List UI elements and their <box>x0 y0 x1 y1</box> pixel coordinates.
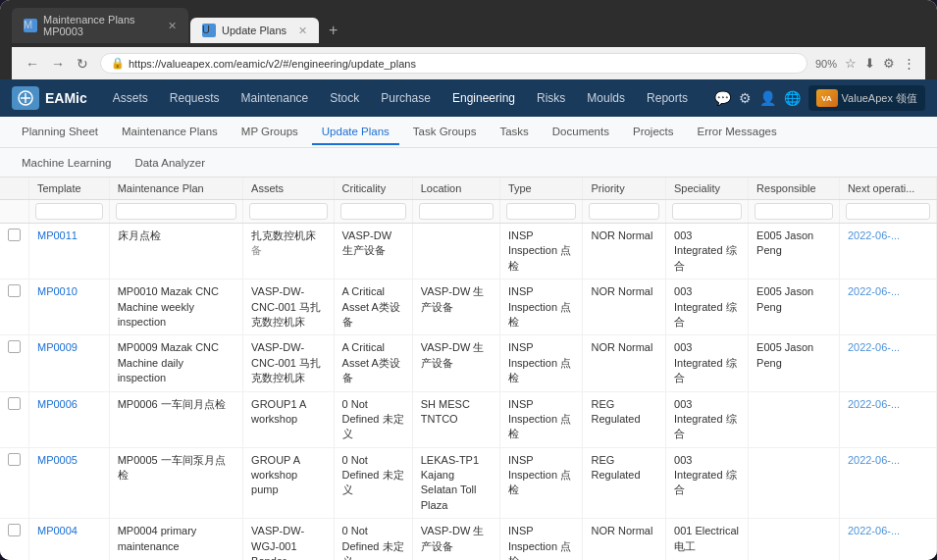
filter-criticality <box>334 200 412 224</box>
nav-back-button[interactable]: ← <box>22 54 43 74</box>
col-responsible: Responsible <box>749 178 840 200</box>
nav-item-moulds[interactable]: Moulds <box>577 83 635 113</box>
row-checkbox-5[interactable] <box>0 519 29 560</box>
row-type-2: INSP Inspection 点检 <box>499 335 583 391</box>
row-criticality-2: A Critical Asset A类设备 <box>334 335 412 391</box>
row-responsible-2: E005 Jason Peng <box>749 335 840 391</box>
row-checkbox-2[interactable] <box>0 335 29 391</box>
nav-reload-button[interactable]: ↻ <box>73 54 92 74</box>
filter-type-input[interactable] <box>506 203 577 220</box>
nav-item-engineering[interactable]: Engineering <box>442 83 525 113</box>
nav-forward-button[interactable]: → <box>47 54 69 74</box>
app-content: EAMic Assets Requests Maintenance Stock … <box>0 79 937 560</box>
table-row: MP0006 MP0006 一车间月点检 GROUP1 A workshop 0… <box>0 391 937 447</box>
col-template: Template <box>29 178 110 200</box>
row-assets-4: GROUP A workshop pump <box>243 447 334 519</box>
row-responsible-3 <box>749 391 840 447</box>
extensions-icon[interactable]: ⚙ <box>883 56 895 71</box>
subnav-projects[interactable]: Projects <box>623 120 684 145</box>
filter-template-input[interactable] <box>35 203 103 220</box>
filter-speciality-input[interactable] <box>672 203 742 220</box>
url-text: https://valueapex.com/eamic/v2/#/enginee… <box>129 58 416 70</box>
col-location: Location <box>412 178 499 200</box>
nav-item-requests[interactable]: Requests <box>160 83 230 113</box>
new-tab-button[interactable]: + <box>321 18 345 43</box>
subnav-tasks[interactable]: Tasks <box>490 120 538 145</box>
row-type-5: INSP Inspection 点检 <box>499 519 583 560</box>
subnav-maintenance-plans[interactable]: Maintenance Plans <box>112 120 228 145</box>
value-apex-brand: VA ValueApex 领值 <box>808 85 925 111</box>
row-mp-0: 床月点检 <box>109 224 242 280</box>
row-location-4: LEKAS-TP1 Kajang Selatan Toll Plaza <box>412 447 499 519</box>
filter-priority-input[interactable] <box>589 203 659 220</box>
subnav-documents[interactable]: Documents <box>543 120 619 145</box>
filter-template <box>29 200 110 224</box>
subnav-mp-groups[interactable]: MP Groups <box>232 120 308 145</box>
row-checkbox-0[interactable] <box>0 224 29 280</box>
more-menu-icon[interactable]: ⋮ <box>903 56 915 71</box>
row-priority-2: NOR Normal <box>583 335 666 391</box>
filter-location-input[interactable] <box>419 203 494 220</box>
download-icon[interactable]: ⬇ <box>864 56 875 71</box>
tab-favicon-1: M <box>24 19 37 32</box>
row-type-3: INSP Inspection 点检 <box>499 391 583 447</box>
row-checkbox-3[interactable] <box>0 391 29 447</box>
row-next-op-3: 2022-06-... <box>839 391 936 447</box>
nav-item-assets[interactable]: Assets <box>103 83 158 113</box>
settings-icon[interactable]: ⚙ <box>739 90 752 106</box>
subnav-update-plans[interactable]: Update Plans <box>312 120 399 145</box>
bookmark-icon[interactable]: ☆ <box>845 56 857 71</box>
row-assets-1: VASP-DW-CNC-001 马扎克数控机床 <box>243 280 334 335</box>
filter-next-op-input[interactable] <box>846 203 930 220</box>
row-criticality-3: 0 Not Defined 未定义 <box>334 391 412 447</box>
browser-tab-2[interactable]: U Update Plans ✕ <box>190 18 319 43</box>
subnav2-data-analyzer[interactable]: Data Analyzer <box>125 152 215 174</box>
filter-next-op <box>839 200 936 224</box>
filter-speciality <box>666 200 749 224</box>
browser-tab-1[interactable]: M Maintenance Plans MP0003 ✕ <box>12 8 188 43</box>
nav-item-purchase[interactable]: Purchase <box>371 83 441 113</box>
tab-close-1[interactable]: ✕ <box>162 20 177 32</box>
row-location-5: VASP-DW 生产设备 <box>412 519 499 560</box>
nav-item-reports[interactable]: Reports <box>637 83 698 113</box>
brand-icon <box>12 86 39 110</box>
filter-criticality-input[interactable] <box>340 203 406 220</box>
row-checkbox-4[interactable] <box>0 447 29 519</box>
row-mp-3: MP0006 一车间月点检 <box>109 391 242 447</box>
row-speciality-0: 003 Integrated 综合 <box>666 224 749 280</box>
main-nav: Assets Requests Maintenance Stock Purcha… <box>103 83 714 113</box>
filter-assets <box>243 200 334 224</box>
subnav-task-groups[interactable]: Task Groups <box>403 120 487 145</box>
row-priority-0: NOR Normal <box>583 224 666 280</box>
col-criticality: Criticality <box>334 178 412 200</box>
user-icon[interactable]: 👤 <box>759 90 776 106</box>
column-headers: Template Maintenance Plan Assets Critica… <box>0 178 937 200</box>
filter-mp-input[interactable] <box>116 203 236 220</box>
subnav-planning-sheet[interactable]: Planning Sheet <box>12 120 108 145</box>
nav-item-maintenance[interactable]: Maintenance <box>232 83 319 113</box>
row-checkbox-1[interactable] <box>0 280 29 335</box>
row-next-op-1: 2022-06-... <box>839 280 936 335</box>
subnav-error-messages[interactable]: Error Messages <box>688 120 787 145</box>
tab-close-2[interactable]: ✕ <box>292 25 307 37</box>
table-row: MP0011 床月点检 扎克数控机床备 VASP-DW 生产设备 INSP In… <box>0 224 937 280</box>
top-navbar: EAMic Assets Requests Maintenance Stock … <box>0 79 937 117</box>
filter-responsible-input[interactable] <box>755 203 833 220</box>
row-speciality-4: 003 Integrated 综合 <box>666 447 749 519</box>
subnav2-machine-learning[interactable]: Machine Learning <box>12 152 121 174</box>
nav-right: 💬 ⚙ 👤 🌐 VA ValueApex 领值 <box>714 85 925 111</box>
nav-item-risks[interactable]: Risks <box>527 83 575 113</box>
row-template-1: MP0010 <box>29 280 110 335</box>
filter-assets-input[interactable] <box>249 203 327 220</box>
nav-item-stock[interactable]: Stock <box>320 83 369 113</box>
filter-responsible <box>749 200 840 224</box>
globe-icon[interactable]: 🌐 <box>784 90 801 106</box>
row-criticality-5: 0 Not Defined 未定义 <box>334 519 412 560</box>
row-speciality-2: 003 Integrated 综合 <box>666 335 749 391</box>
brand-name: EAMic <box>45 90 87 106</box>
row-template-5: MP0004 <box>29 519 110 560</box>
row-next-op-0: 2022-06-... <box>839 224 936 280</box>
url-bar[interactable]: 🔒 https://valueapex.com/eamic/v2/#/engin… <box>100 53 807 74</box>
chat-icon[interactable]: 💬 <box>714 90 731 106</box>
col-priority: Priority <box>583 178 666 200</box>
